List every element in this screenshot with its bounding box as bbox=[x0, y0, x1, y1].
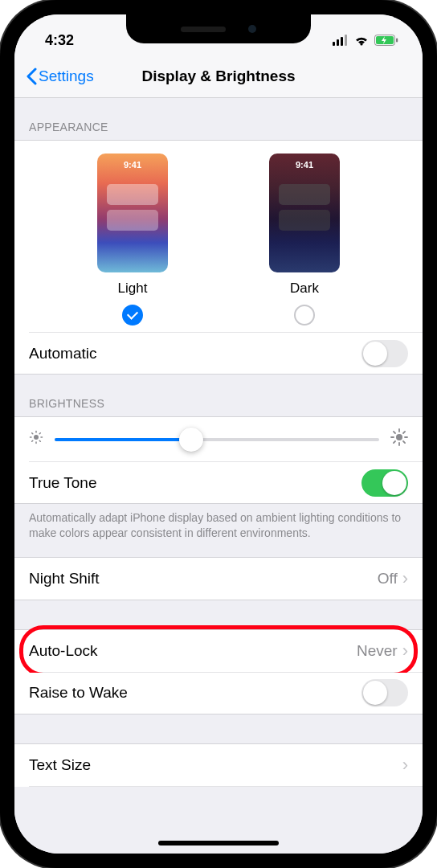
svg-line-24 bbox=[403, 432, 405, 433]
cellular-icon bbox=[333, 35, 349, 46]
raise-to-wake-row[interactable]: Raise to Wake bbox=[14, 673, 423, 714]
sun-max-icon bbox=[390, 428, 408, 450]
automatic-toggle[interactable] bbox=[361, 340, 408, 367]
svg-rect-2 bbox=[341, 37, 343, 46]
svg-line-12 bbox=[32, 433, 33, 434]
svg-line-15 bbox=[39, 433, 40, 434]
svg-line-21 bbox=[394, 432, 395, 433]
night-shift-label: Night Shift bbox=[29, 570, 100, 588]
brightness-slider-row[interactable] bbox=[14, 417, 423, 461]
text-size-row[interactable]: Text Size › bbox=[14, 744, 423, 786]
brightness-header: BRIGHTNESS bbox=[14, 375, 423, 416]
night-shift-value: Off bbox=[378, 570, 398, 588]
svg-rect-6 bbox=[396, 39, 398, 43]
svg-line-13 bbox=[39, 440, 40, 441]
dark-radio[interactable] bbox=[294, 305, 315, 326]
light-preview: 9:41 bbox=[97, 154, 168, 272]
light-radio[interactable] bbox=[122, 305, 143, 326]
chevron-right-icon: › bbox=[402, 755, 408, 776]
chevron-right-icon: › bbox=[402, 641, 408, 661]
svg-point-7 bbox=[34, 435, 39, 440]
dark-label: Dark bbox=[290, 280, 319, 297]
true-tone-label: True Tone bbox=[29, 474, 97, 492]
appearance-option-dark[interactable]: 9:41 Dark bbox=[269, 154, 340, 326]
night-shift-row[interactable]: Night Shift Off › bbox=[14, 558, 423, 600]
svg-line-23 bbox=[394, 441, 395, 443]
dark-preview: 9:41 bbox=[269, 154, 340, 272]
chevron-left-icon bbox=[26, 68, 37, 85]
auto-lock-value: Never bbox=[357, 642, 398, 660]
raise-to-wake-label: Raise to Wake bbox=[29, 684, 128, 702]
back-label: Settings bbox=[39, 68, 94, 85]
auto-lock-row[interactable]: Auto-Lock Never › bbox=[14, 630, 423, 672]
raise-to-wake-toggle[interactable] bbox=[361, 679, 408, 706]
back-button[interactable]: Settings bbox=[26, 68, 94, 85]
true-tone-toggle[interactable] bbox=[361, 469, 408, 497]
svg-line-22 bbox=[403, 441, 405, 443]
navigation-bar: Settings Display & Brightness bbox=[14, 55, 423, 98]
auto-lock-label: Auto-Lock bbox=[29, 642, 98, 660]
svg-rect-0 bbox=[333, 42, 335, 46]
automatic-row[interactable]: Automatic bbox=[14, 333, 423, 375]
svg-rect-1 bbox=[337, 39, 339, 46]
home-indicator[interactable] bbox=[158, 841, 279, 845]
true-tone-footer: Automatically adapt iPhone display based… bbox=[14, 504, 423, 557]
svg-point-16 bbox=[396, 434, 402, 440]
text-size-label: Text Size bbox=[29, 756, 91, 774]
light-label: Light bbox=[118, 280, 148, 297]
svg-line-14 bbox=[32, 440, 33, 441]
chevron-right-icon: › bbox=[402, 568, 408, 589]
automatic-label: Automatic bbox=[29, 345, 96, 362]
svg-rect-3 bbox=[345, 35, 347, 46]
battery-charging-icon bbox=[374, 35, 398, 46]
sun-min-icon bbox=[29, 430, 43, 448]
wifi-icon bbox=[353, 35, 370, 46]
appearance-header: APPEARANCE bbox=[14, 98, 423, 140]
brightness-slider[interactable] bbox=[55, 438, 379, 441]
appearance-option-light[interactable]: 9:41 Light bbox=[97, 154, 168, 326]
true-tone-row[interactable]: True Tone bbox=[14, 462, 423, 504]
